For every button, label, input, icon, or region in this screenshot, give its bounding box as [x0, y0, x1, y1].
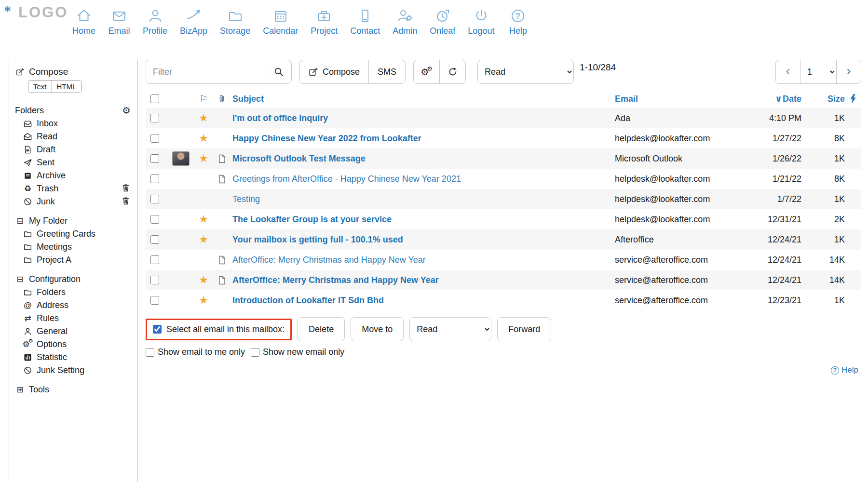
email-subject-link[interactable]: I'm out of office Inquiry	[231, 108, 611, 128]
sort-by-size[interactable]: Size	[801, 94, 845, 104]
settings-gears-button[interactable]: ⚙⚙	[413, 60, 440, 84]
sms-button[interactable]: SMS	[368, 60, 406, 84]
email-subject-link[interactable]: Introduction of Lookafter IT Sdn Bhd	[231, 290, 611, 310]
app-logo: LOGO	[18, 4, 68, 21]
mark-as-select[interactable]: Read	[409, 317, 491, 341]
sort-by-date[interactable]: ∨Date	[756, 94, 801, 104]
star-icon[interactable]: ★	[199, 133, 208, 144]
search-button[interactable]	[266, 60, 292, 84]
sort-by-subject[interactable]: Subject	[231, 89, 611, 109]
gears-icon: ⚙⚙	[23, 340, 33, 348]
tools-section-toggle[interactable]: ⊞ Tools	[15, 383, 134, 396]
next-page-button[interactable]: ›	[836, 60, 861, 84]
nav-project[interactable]: Project	[311, 5, 338, 36]
sidebar-item-draft[interactable]: Draft	[23, 143, 134, 156]
nav-email[interactable]: Email	[108, 5, 130, 36]
page-select[interactable]: 1	[800, 60, 837, 84]
select-all-mailbox-checkbox[interactable]	[153, 325, 162, 334]
compose-mode-toggle: Text HTML	[28, 80, 81, 93]
sidebar-item-junk-setting[interactable]: Junk Setting	[23, 364, 134, 377]
sidebar-item-options[interactable]: ⚙⚙ Options	[23, 338, 134, 351]
compose-button[interactable]: Compose	[299, 60, 369, 84]
sidebar-item-sent[interactable]: Sent	[23, 156, 134, 169]
email-subject-link[interactable]: Microsoft Outlook Test Message	[231, 148, 611, 169]
sidebar-item-inbox[interactable]: Inbox	[23, 117, 134, 130]
nav-profile[interactable]: Profile	[143, 5, 167, 36]
sidebar-item-address[interactable]: @ Address	[23, 299, 134, 312]
email-subject-link[interactable]: Happy Chinese New Year 2022 from Lookaft…	[231, 128, 611, 148]
email-subject-link[interactable]: AfterOffice: Merry Christmas and Happy N…	[231, 250, 611, 270]
folder-settings-gear-icon[interactable]: ⚙	[122, 105, 131, 116]
refresh-button[interactable]	[439, 60, 466, 84]
nav-contact[interactable]: Contact	[350, 5, 380, 36]
sidebar-item-read[interactable]: Read	[23, 130, 134, 143]
compose-mode-html-button[interactable]: HTML	[52, 80, 81, 93]
show-to-me-checkbox[interactable]	[146, 348, 154, 357]
sidebar-item-statistic[interactable]: Statistic	[23, 351, 134, 364]
row-checkbox[interactable]	[150, 174, 159, 183]
sidebar-item-rules[interactable]: ⇄ Rules	[23, 312, 134, 325]
row-checkbox[interactable]	[150, 215, 159, 224]
question-circle-icon: ?	[510, 5, 526, 24]
sidebar-item-config-folders[interactable]: Folders	[23, 286, 134, 299]
nav-bizapp[interactable]: BizApp	[180, 5, 207, 36]
nav-home[interactable]: Home	[72, 5, 95, 36]
sort-by-email[interactable]: Email	[611, 94, 756, 104]
empty-junk-icon[interactable]	[122, 197, 130, 205]
move-to-button[interactable]: Move to	[351, 317, 404, 341]
email-subject-link[interactable]: Testing	[231, 189, 611, 209]
sidebar-compose[interactable]: Compose	[15, 65, 134, 79]
star-icon[interactable]: ★	[199, 113, 208, 123]
filter-input[interactable]	[146, 60, 266, 84]
sidebar-item-project-a[interactable]: Project A	[23, 254, 134, 267]
email-date: 12/23/21	[756, 295, 801, 306]
sidebar-item-junk[interactable]: Junk	[23, 195, 134, 208]
nav-logout[interactable]: Logout	[468, 5, 494, 36]
forward-button[interactable]: Forward	[497, 317, 551, 341]
sender-email: helpdesk@lookafter.com	[611, 134, 756, 144]
status-filter-select[interactable]: Read	[477, 60, 574, 84]
nav-calendar[interactable]: Calendar	[263, 5, 298, 36]
nav-storage[interactable]: Storage	[220, 5, 250, 36]
empty-trash-icon[interactable]	[122, 184, 130, 192]
help-link[interactable]: ? Help	[831, 365, 858, 375]
sidebar-item-archive[interactable]: Archive	[23, 169, 134, 182]
row-checkbox[interactable]	[150, 276, 159, 284]
my-folder-section-toggle[interactable]: ⊟ My Folder	[15, 214, 134, 228]
sidebar-item-greeting-cards[interactable]: Greeting Cards	[23, 228, 134, 241]
row-checkbox[interactable]	[150, 235, 159, 244]
compose-mode-text-button[interactable]: Text	[28, 80, 52, 93]
delete-button[interactable]: Delete	[298, 317, 345, 341]
attachment-column-icon[interactable]	[213, 94, 231, 103]
sidebar-item-general[interactable]: General	[23, 325, 134, 338]
row-checkbox[interactable]	[150, 114, 159, 122]
email-subject-link[interactable]: AfterOffice: Merry Christmas and Happy N…	[231, 270, 611, 290]
row-checkbox[interactable]	[150, 255, 159, 264]
star-icon[interactable]: ★	[199, 153, 208, 164]
row-checkbox[interactable]	[150, 195, 159, 203]
configuration-section-toggle[interactable]: ⊟ Configuration	[15, 273, 134, 286]
star-icon[interactable]: ★	[199, 275, 208, 285]
select-visible-checkbox[interactable]	[150, 94, 159, 103]
star-icon[interactable]: ★	[199, 234, 208, 245]
show-new-checkbox[interactable]	[251, 348, 259, 357]
email-date: 1/21/22	[756, 174, 801, 184]
star-icon[interactable]: ★	[199, 214, 208, 225]
nav-onleaf[interactable]: Onleaf	[430, 5, 455, 36]
flag-column-icon[interactable]: ⚐	[199, 93, 208, 105]
star-icon[interactable]: ★	[199, 295, 208, 306]
row-checkbox[interactable]	[150, 134, 159, 143]
row-checkbox[interactable]	[150, 154, 159, 163]
sender-avatar	[172, 151, 190, 166]
row-checkbox[interactable]	[150, 296, 159, 305]
email-subject-link[interactable]: Your mailbox is getting full - 100.1% us…	[231, 229, 611, 250]
email-subject-link[interactable]: The Lookafter Group is at your service	[231, 209, 611, 229]
sidebar-item-trash[interactable]: ♻ Trash	[23, 182, 134, 195]
prev-page-button[interactable]: ‹	[775, 60, 800, 84]
nav-help[interactable]: ? Help	[507, 5, 529, 36]
email-subject-link[interactable]: Greetings from AfterOffice - Happy Chine…	[231, 169, 611, 189]
sidebar-item-meetings[interactable]: Meetings	[23, 241, 134, 254]
sidebar-splitter[interactable]	[143, 60, 143, 482]
nav-admin[interactable]: Admin	[393, 5, 417, 36]
priority-column-icon[interactable]	[845, 94, 861, 104]
